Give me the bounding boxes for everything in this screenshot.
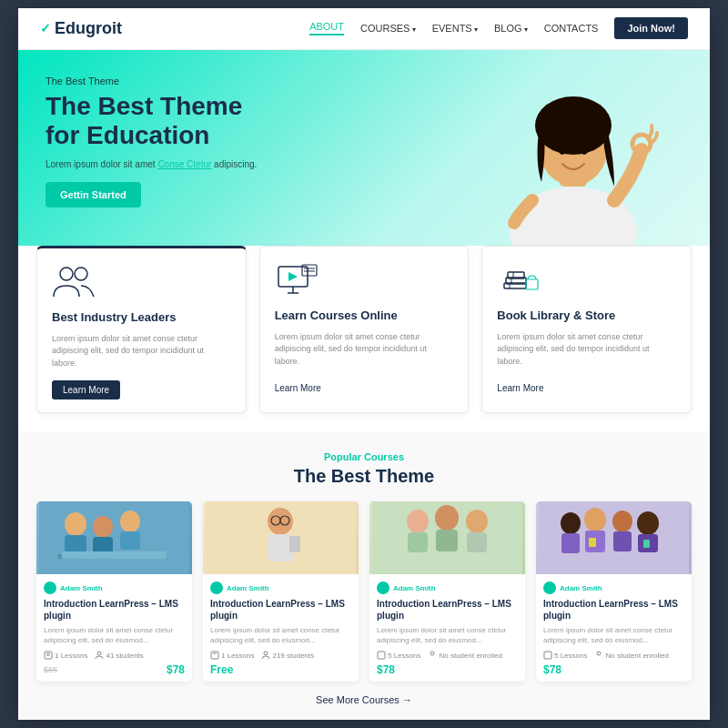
hero-desc-link[interactable]: Conse Ctetur bbox=[157, 159, 211, 169]
author-name-4: Adam Smith bbox=[560, 584, 602, 592]
logo-check-icon: ✓ bbox=[40, 21, 51, 35]
students-meta-1: 41 students bbox=[95, 651, 143, 660]
course-body-4: Adam Smith Introduction LearnPress – LMS… bbox=[536, 574, 692, 682]
feature-card-2: Learn Courses Online Lorem ipsum dolor s… bbox=[259, 246, 470, 413]
svg-rect-62 bbox=[613, 531, 632, 551]
svg-point-50 bbox=[435, 505, 459, 531]
courses-grid: Adam Smith Introduction LearnPress – LMS… bbox=[36, 501, 692, 682]
course-card-4: Adam Smith Introduction LearnPress – LMS… bbox=[536, 501, 692, 682]
price-original-1: $65 bbox=[44, 665, 57, 674]
author-name-2: Adam Smith bbox=[227, 584, 269, 592]
features-grid: Best Industry Leaders Lorem ipsum dolor … bbox=[36, 246, 692, 413]
svg-rect-54 bbox=[378, 652, 385, 659]
feature-title-3: Book Library & Store bbox=[497, 308, 676, 324]
logo-text: Edugroit bbox=[55, 19, 122, 38]
page-wrapper: ✓ Edugroit ABOUT COURSES EVENTS BLOG CON… bbox=[18, 8, 710, 721]
course-desc-2: Lorem ipsum dolor sit amet conse ctetur … bbox=[210, 625, 351, 645]
course-pricing-3: $78 bbox=[377, 663, 518, 676]
hero-subtitle: The Best Theme bbox=[46, 76, 377, 86]
course-pricing-1: $65 $78 bbox=[44, 663, 185, 676]
nav-contacts[interactable]: CONTACTS bbox=[544, 23, 599, 34]
svg-point-57 bbox=[561, 512, 581, 534]
course-meta-3: 5 Lessons No student enrolled bbox=[377, 651, 518, 660]
feature-btn-2[interactable]: Learn More bbox=[275, 383, 321, 393]
svg-point-29 bbox=[120, 511, 140, 532]
courses-section: Popular Courses The Best Theme bbox=[18, 431, 710, 720]
feature-desc-1: Lorem ipsum dolor sit amet conse ctetur … bbox=[52, 333, 231, 370]
course-body-3: Adam Smith Introduction LearnPress – LMS… bbox=[369, 574, 525, 682]
lessons-meta-4: 5 Lessons bbox=[543, 651, 587, 660]
svg-rect-44 bbox=[211, 652, 218, 659]
svg-rect-24 bbox=[39, 501, 189, 574]
nav-courses[interactable]: COURSES bbox=[360, 23, 416, 34]
svg-point-48 bbox=[407, 510, 429, 533]
svg-rect-28 bbox=[93, 537, 113, 553]
svg-rect-30 bbox=[120, 531, 140, 550]
course-img-4 bbox=[536, 501, 692, 574]
svg-point-6 bbox=[581, 146, 588, 155]
price-current-1: $78 bbox=[167, 663, 185, 676]
course-desc-1: Lorem ipsum dolor sit amet conse ctetur … bbox=[44, 625, 185, 645]
svg-rect-67 bbox=[544, 652, 551, 659]
nav-blog[interactable]: BLOG bbox=[494, 23, 528, 34]
svg-point-63 bbox=[637, 511, 659, 535]
feature-card-3: Book Library & Store Lorem ipsum dolor s… bbox=[481, 246, 692, 413]
feature-icon-2 bbox=[275, 263, 318, 299]
course-meta-4: 5 Lessons No student enrolled bbox=[543, 651, 684, 660]
course-card-1: Adam Smith Introduction LearnPress – LMS… bbox=[36, 501, 192, 682]
svg-point-4 bbox=[535, 96, 612, 155]
svg-point-68 bbox=[597, 652, 601, 655]
lessons-meta-2: 1 Lessons bbox=[210, 651, 254, 660]
course-desc-3: Lorem ipsum dolor sit amet conse ctetur … bbox=[377, 625, 518, 645]
course-meta-2: 1 Lessons 219 students bbox=[210, 651, 351, 660]
hero-cta-button[interactable]: Gettin Started bbox=[46, 182, 141, 207]
svg-rect-23 bbox=[526, 279, 538, 289]
course-body-2: Adam Smith Introduction LearnPress – LMS… bbox=[203, 574, 359, 682]
course-card-2: Adam Smith Introduction LearnPress – LMS… bbox=[203, 501, 359, 682]
svg-point-9 bbox=[75, 268, 87, 280]
course-title-2[interactable]: Introduction LearnPress – LMS plugin bbox=[210, 598, 351, 622]
feature-btn-1[interactable]: Learn More bbox=[52, 380, 120, 399]
author-avatar-3 bbox=[377, 581, 389, 594]
course-img-2 bbox=[203, 501, 359, 574]
svg-point-55 bbox=[430, 652, 434, 655]
feature-card-1: Best Industry Leaders Lorem ipsum dolor … bbox=[36, 246, 247, 413]
author-avatar-4 bbox=[543, 581, 556, 594]
author-name-3: Adam Smith bbox=[393, 584, 436, 592]
nav-events[interactable]: EVENTS bbox=[432, 23, 478, 34]
course-title-1[interactable]: Introduction LearnPress – LMS plugin bbox=[44, 598, 185, 622]
course-title-3[interactable]: Introduction LearnPress – LMS plugin bbox=[377, 598, 518, 622]
course-author-2: Adam Smith bbox=[210, 581, 351, 594]
svg-point-8 bbox=[60, 268, 73, 280]
svg-point-27 bbox=[93, 516, 113, 538]
feature-btn-3[interactable]: Learn More bbox=[497, 383, 543, 393]
course-title-4[interactable]: Introduction LearnPress – LMS plugin bbox=[543, 598, 684, 622]
features-section: Best Industry Leaders Lorem ipsum dolor … bbox=[18, 246, 710, 431]
svg-rect-65 bbox=[589, 538, 596, 547]
course-img-1 bbox=[36, 501, 192, 574]
svg-point-52 bbox=[466, 510, 488, 533]
feature-icon-1 bbox=[52, 265, 96, 301]
author-avatar-2 bbox=[210, 581, 223, 594]
join-now-button[interactable]: Join Now! bbox=[614, 17, 688, 39]
svg-rect-49 bbox=[408, 532, 428, 552]
hero-person-svg bbox=[473, 73, 673, 268]
courses-tag: Popular Courses bbox=[36, 451, 692, 462]
svg-point-61 bbox=[612, 511, 632, 532]
svg-rect-26 bbox=[65, 535, 86, 553]
logo: ✓ Edugroit bbox=[40, 19, 122, 38]
hero-content: The Best Theme The Best Theme for Educat… bbox=[46, 76, 377, 207]
svg-point-46 bbox=[264, 652, 268, 655]
nav-about[interactable]: ABOUT bbox=[309, 21, 344, 35]
svg-point-5 bbox=[559, 146, 566, 155]
author-name-1: Adam Smith bbox=[60, 584, 103, 592]
course-pricing-2: Free bbox=[210, 663, 351, 676]
hero-image bbox=[473, 73, 692, 273]
feature-desc-2: Lorem ipsum dolor sit amet conse ctetur … bbox=[275, 331, 454, 369]
see-more-courses[interactable]: See More Courses → bbox=[36, 694, 692, 705]
students-meta-3: No student enrolled bbox=[428, 651, 501, 660]
svg-point-59 bbox=[584, 508, 606, 531]
hero-description: Lorem ipsum dolor sit amet Conse Ctetur … bbox=[46, 159, 377, 169]
course-body-1: Adam Smith Introduction LearnPress – LMS… bbox=[36, 574, 192, 682]
svg-rect-53 bbox=[467, 532, 487, 552]
